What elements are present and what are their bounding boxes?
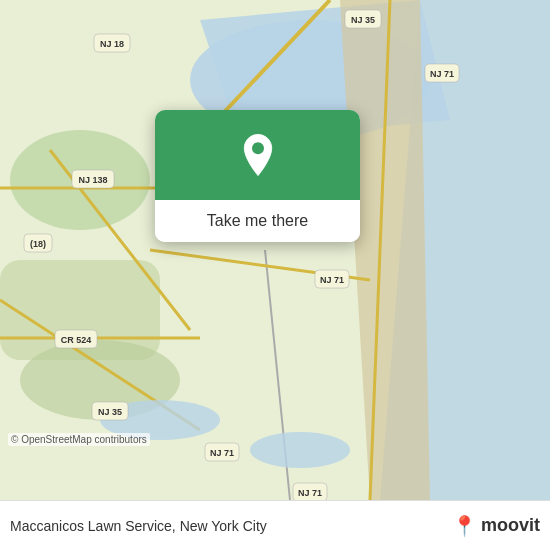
- popup-header: [155, 110, 360, 200]
- location-pin-icon: [234, 131, 282, 179]
- svg-text:NJ 71: NJ 71: [210, 448, 234, 458]
- location-text: Maccanicos Lawn Service, New York City: [10, 518, 452, 534]
- svg-text:NJ 35: NJ 35: [98, 407, 122, 417]
- svg-text:NJ 71: NJ 71: [320, 275, 344, 285]
- svg-text:CR 524: CR 524: [61, 335, 92, 345]
- bottom-bar: Maccanicos Lawn Service, New York City 📍…: [0, 500, 550, 550]
- copyright-text: © OpenStreetMap contributors: [8, 433, 150, 446]
- svg-text:(18): (18): [30, 239, 46, 249]
- svg-point-38: [252, 142, 264, 154]
- moovit-brand-text: moovit: [481, 515, 540, 536]
- svg-text:NJ 18: NJ 18: [100, 39, 124, 49]
- moovit-logo: 📍 moovit: [452, 514, 540, 538]
- svg-text:NJ 35: NJ 35: [351, 15, 375, 25]
- svg-point-17: [250, 432, 350, 468]
- popup-card: Take me there: [155, 110, 360, 242]
- take-me-there-button[interactable]: Take me there: [155, 200, 360, 242]
- svg-text:NJ 138: NJ 138: [78, 175, 107, 185]
- svg-text:NJ 71: NJ 71: [298, 488, 322, 498]
- svg-text:NJ 71: NJ 71: [430, 69, 454, 79]
- moovit-pin-icon: 📍: [452, 514, 477, 538]
- map-container: NJ 18 NJ 35 NJ 71 NJ 138 (18) NJ 71 CR 5…: [0, 0, 550, 500]
